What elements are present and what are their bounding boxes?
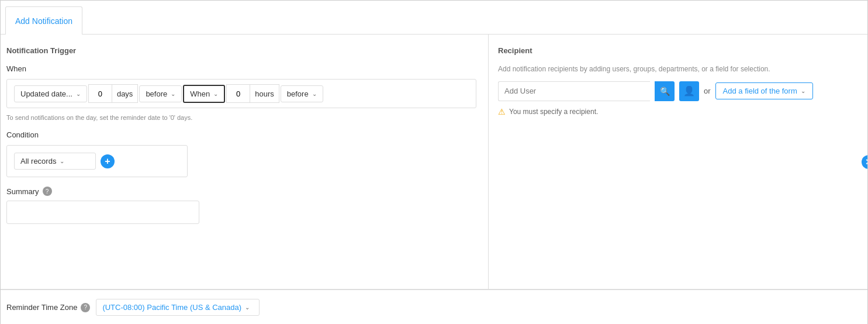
before1-chevron-icon: ⌄ [171, 91, 175, 97]
add-field-label: Add a field of the form [723, 87, 797, 95]
left-panel: Notification Trigger When Updated date..… [1, 35, 489, 289]
right-panel: Recipient Add notification recipients by… [489, 35, 867, 289]
timezone-select[interactable]: (UTC-08:00) Pacific Time (US & Canada) ⌄ [96, 299, 260, 316]
warning-row: ⚠ You must specify a recipient. [498, 107, 858, 116]
before2-label: before [287, 89, 309, 98]
footer-bar: Reminder Time Zone ? (UTC-08:00) Pacific… [1, 289, 867, 324]
before1-label: before [146, 89, 167, 98]
when-label: When [6, 64, 476, 73]
search-icon: 🔍 [660, 87, 670, 96]
summary-label-text: Summary [6, 187, 39, 196]
days-input-group: days [88, 84, 138, 103]
condition-select[interactable]: All records ⌄ [14, 153, 96, 170]
tab-bar: Add Notification [1, 1, 867, 35]
condition-chevron-icon: ⌄ [60, 158, 64, 164]
warning-icon: ⚠ [498, 107, 506, 116]
before2-chevron-icon: ⌄ [312, 91, 317, 97]
when-select-label: When [190, 89, 210, 98]
add-notification-tab[interactable]: Add Notification [5, 6, 82, 35]
add-user-input[interactable] [498, 81, 650, 101]
hours-unit: hours [250, 84, 279, 103]
or-text: or [704, 87, 711, 95]
timezone-label: Reminder Time Zone ? [6, 303, 90, 312]
add-condition-button[interactable]: + [101, 154, 115, 168]
user-icon-button[interactable]: 👤 [679, 81, 699, 101]
tab-label: Add Notification [15, 16, 72, 26]
recipient-hint: Add notification recipients by adding us… [498, 64, 858, 74]
when-chevron-icon: ⌄ [213, 91, 218, 97]
warning-text: You must specify a recipient. [509, 108, 598, 116]
timezone-value: (UTC-08:00) Pacific Time (US & Canada) [102, 303, 241, 312]
recipient-title: Recipient [498, 46, 858, 55]
date-chevron-icon: ⌄ [76, 91, 81, 97]
condition-box: All records ⌄ + [6, 145, 188, 177]
condition-value: All records [20, 157, 56, 166]
timezone-help-icon[interactable]: ? [81, 303, 90, 312]
trigger-row: Updated date... ⌄ days before ⌄ When ⌄ [6, 79, 476, 108]
main-content: Notification Trigger When Updated date..… [1, 35, 867, 289]
days-unit: days [112, 84, 138, 103]
days-input[interactable] [88, 84, 112, 103]
search-button[interactable]: 🔍 [655, 81, 675, 101]
hint-text: To send notifications on the day, set th… [6, 114, 476, 121]
summary-help-icon[interactable]: ? [43, 187, 52, 196]
date-field-label: Updated date... [20, 89, 72, 98]
recipient-row: 🔍 👤 or Add a field of the form ⌄ [498, 81, 858, 101]
timezone-label-text: Reminder Time Zone [6, 303, 77, 312]
add-field-button[interactable]: Add a field of the form ⌄ [715, 82, 813, 99]
hours-input[interactable] [226, 84, 250, 103]
notification-trigger-title: Notification Trigger [6, 46, 476, 55]
condition-label: Condition [6, 130, 476, 139]
hours-input-group: hours [226, 84, 279, 103]
add-field-chevron-icon: ⌄ [801, 88, 805, 94]
summary-section: Summary ? [6, 187, 476, 196]
before2-select[interactable]: before ⌄ [281, 85, 323, 102]
before1-select[interactable]: before ⌄ [139, 85, 182, 102]
date-field-select[interactable]: Updated date... ⌄ [14, 85, 87, 102]
user-icon: 👤 [683, 85, 695, 96]
when-select[interactable]: When ⌄ [183, 85, 225, 103]
summary-input[interactable] [6, 201, 199, 224]
timezone-chevron-icon: ⌄ [245, 304, 250, 311]
close-panel-button[interactable]: ✕ [862, 155, 868, 169]
